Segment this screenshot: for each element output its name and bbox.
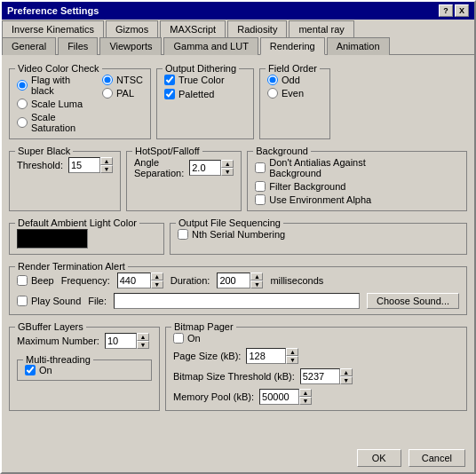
super-black-title: Super Black: [15, 146, 73, 156]
output-file-seq-group: Output File Sequencing Nth Serial Number…: [170, 223, 467, 255]
row5: GBuffer Layers Maximum Number: ▲ ▼ Multi…: [9, 320, 467, 411]
freq-spin-up[interactable]: ▲: [151, 273, 163, 280]
bmp-threshold-spin-up[interactable]: ▲: [340, 368, 353, 376]
radio-ntsc[interactable]: NTSC: [102, 75, 143, 85]
dur-spin-down[interactable]: ▼: [250, 280, 263, 288]
max-num-spin-down[interactable]: ▼: [137, 341, 149, 349]
check-multithreading-on[interactable]: On: [25, 365, 144, 375]
check-true-color[interactable]: True Color: [164, 75, 246, 85]
mem-pool-spin-up[interactable]: ▲: [299, 389, 312, 397]
bmp-threshold-spinbox: ▲ ▼: [300, 368, 353, 384]
max-num-spinbox: ▲ ▼: [105, 333, 149, 349]
check-paletted[interactable]: Paletted: [164, 89, 246, 99]
check-bitmap-on[interactable]: On: [173, 333, 459, 344]
close-button[interactable]: X: [455, 4, 469, 17]
angle-sep-spin-down[interactable]: ▼: [221, 168, 234, 176]
ok-button[interactable]: OK: [357, 449, 401, 467]
vcc-left-radios: Flag with black Scale Luma Scale Saturat…: [17, 75, 91, 133]
multithreading-group: Multi-threading On: [17, 359, 152, 381]
angle-sep-row: AngleSeparation: ▲ ▼: [134, 157, 234, 178]
tab-maxscript[interactable]: MAXScript: [160, 20, 226, 37]
angle-sep-spin-up[interactable]: ▲: [221, 160, 234, 168]
radio-pal[interactable]: PAL: [102, 88, 143, 99]
dur-spin-up[interactable]: ▲: [250, 273, 263, 280]
ambient-light-title: Default Ambient Light Color: [15, 217, 139, 228]
tab-files[interactable]: Files: [58, 37, 98, 55]
tabs-row1: Inverse Kinematics Gizmos MAXScript Radi…: [2, 20, 474, 36]
radio-scale-saturation[interactable]: Scale Saturation: [17, 112, 91, 133]
radio-odd[interactable]: Odd: [267, 75, 322, 85]
super-black-group: Super Black Threshold: ▲ ▼: [9, 151, 121, 211]
angle-sep-input[interactable]: [189, 160, 221, 176]
beep-row: Beep Frequency: ▲ ▼ Duration: ▲ ▼: [17, 273, 459, 288]
choose-sound-button[interactable]: Choose Sound...: [367, 293, 459, 309]
dur-spinbox: ▲ ▼: [217, 273, 263, 288]
bmp-threshold-spin-buttons: ▲ ▼: [340, 368, 353, 384]
bmp-threshold-input[interactable]: [300, 368, 340, 384]
max-num-spin-up[interactable]: ▲: [137, 333, 149, 341]
multithreading-title: Multi-threading: [23, 354, 93, 365]
tab-rendering[interactable]: Rendering: [260, 37, 325, 55]
tab-radiosity[interactable]: Radiosity: [227, 20, 287, 37]
max-num-row: Maximum Number: ▲ ▼: [17, 333, 152, 349]
render-termination-group: Render Termination Alert Beep Frequency:…: [9, 266, 467, 315]
check-dont-antialias[interactable]: Don't Antialias AgainstBackground: [255, 157, 459, 178]
file-input[interactable]: [114, 293, 360, 309]
threshold-spin-up[interactable]: ▲: [100, 157, 113, 165]
check-nth-serial[interactable]: Nth Serial Numbering: [178, 229, 459, 240]
cancel-button[interactable]: Cancel: [409, 449, 465, 467]
dur-spin-buttons: ▲ ▼: [250, 273, 263, 288]
video-color-check-group: Video Color Check Flag with black Scale …: [9, 68, 151, 139]
tab-inverse-kinematics[interactable]: Inverse Kinematics: [2, 20, 104, 37]
threshold-row: Threshold: ▲ ▼: [17, 157, 113, 173]
background-title: Background: [253, 146, 311, 156]
window-title: Preference Settings: [7, 5, 99, 16]
angle-sep-spin-buttons: ▲ ▼: [221, 160, 234, 176]
tab-mental-ray[interactable]: mental ray: [289, 20, 353, 37]
page-size-input[interactable]: [246, 348, 286, 364]
help-button[interactable]: ?: [439, 4, 453, 17]
threshold-input[interactable]: [68, 157, 100, 173]
dur-input[interactable]: [217, 273, 250, 288]
freq-input[interactable]: [117, 273, 151, 288]
max-num-spin-buttons: ▲ ▼: [137, 333, 149, 349]
tab-viewports[interactable]: Viewports: [99, 37, 162, 55]
radio-even[interactable]: Even: [267, 88, 322, 99]
bmp-threshold-spin-down[interactable]: ▼: [340, 376, 353, 384]
check-filter-background[interactable]: Filter Background: [255, 181, 459, 192]
mem-pool-input[interactable]: [259, 389, 299, 405]
page-size-spin-up[interactable]: ▲: [286, 348, 298, 356]
output-dithering-title: Output Dithering: [163, 63, 239, 74]
row1: Video Color Check Flag with black Scale …: [9, 62, 467, 139]
preference-settings-window: Preference Settings ? X Inverse Kinemati…: [0, 0, 476, 474]
tab-general[interactable]: General: [2, 37, 56, 55]
max-num-input[interactable]: [105, 333, 137, 349]
check-use-env-alpha[interactable]: Use Environment Alpha: [255, 194, 459, 205]
mem-pool-spin-down[interactable]: ▼: [299, 397, 312, 405]
vcc-right-radios: NTSC PAL: [102, 75, 143, 133]
content-area: Video Color Check Flag with black Scale …: [2, 55, 474, 444]
title-bar: Preference Settings ? X: [2, 2, 474, 20]
radio-scale-luma[interactable]: Scale Luma: [17, 99, 91, 109]
title-bar-buttons: ? X: [439, 4, 469, 17]
page-size-spin-down[interactable]: ▼: [286, 356, 298, 364]
tab-gizmos[interactable]: Gizmos: [106, 20, 158, 37]
output-dithering-group: Output Dithering True Color Paletted: [156, 68, 254, 139]
video-color-check-title: Video Color Check: [15, 63, 102, 74]
hotspot-falloff-group: HotSpot/Falloff AngleSeparation: ▲ ▼: [126, 151, 242, 211]
bitmap-pager-group: Bitmap Pager On Page Size (kB): ▲ ▼: [165, 327, 467, 411]
check-beep[interactable]: Beep: [17, 275, 54, 286]
check-play-sound[interactable]: Play Sound: [17, 296, 81, 306]
bmp-threshold-label: Bitmap Size Threshold (kB):: [173, 371, 295, 382]
radio-flag-with-black[interactable]: Flag with black: [17, 75, 91, 96]
freq-spin-down[interactable]: ▼: [151, 280, 163, 288]
tab-animation[interactable]: Animation: [327, 37, 390, 55]
file-label: File:: [88, 296, 107, 306]
ambient-color-swatch[interactable]: [17, 229, 88, 249]
tab-gamma-lut[interactable]: Gamma and LUT: [163, 37, 258, 55]
play-sound-row: Play Sound File: Choose Sound...: [17, 293, 459, 309]
threshold-spin-down[interactable]: ▼: [100, 165, 113, 173]
vcc-content: Flag with black Scale Luma Scale Saturat…: [17, 75, 143, 133]
angle-sep-spinbox: ▲ ▼: [189, 160, 234, 176]
row2: Super Black Threshold: ▲ ▼ HotSpot/Fallo…: [9, 145, 467, 211]
